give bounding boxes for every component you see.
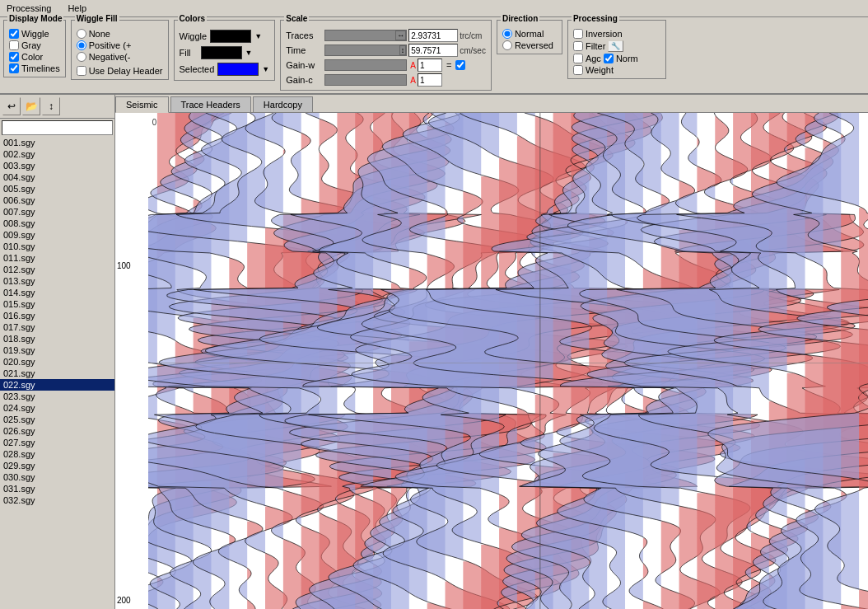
file-list-scroll[interactable]: 001.sgy002.sgy003.sgy004.sgy005.sgy006.s… xyxy=(0,137,114,609)
colors-title: Colors xyxy=(178,14,208,23)
file-search-input[interactable] xyxy=(2,120,113,135)
list-item[interactable]: 005.sgy xyxy=(0,183,114,194)
list-item[interactable]: 002.sgy xyxy=(0,148,114,160)
list-item[interactable]: 016.sgy xyxy=(0,310,114,321)
list-item[interactable]: 022.sgy xyxy=(0,379,114,391)
y-axis: 100 200 xyxy=(115,113,148,609)
norm-checkbox[interactable] xyxy=(604,54,614,63)
color-checkbox[interactable] xyxy=(9,52,19,62)
positive-radio[interactable] xyxy=(77,40,86,50)
colors-group: Colors Wiggle ▼ Fill ▼ Selected ▼ xyxy=(174,20,276,81)
list-item[interactable]: 009.sgy xyxy=(0,229,114,241)
agc-label: Agc xyxy=(586,54,601,63)
list-item[interactable]: 011.sgy xyxy=(0,252,114,264)
wiggle-dropdown-icon[interactable]: ▼ xyxy=(254,32,262,40)
open-folder-button[interactable]: 📂 xyxy=(22,97,40,115)
gainc-value-input[interactable] xyxy=(418,73,442,87)
gainc-slider[interactable] xyxy=(324,74,407,86)
wiggle-check-row: Wiggle xyxy=(9,29,60,39)
time-max-btn[interactable]: ↕ xyxy=(399,45,407,55)
wiggle-color-label: Wiggle xyxy=(180,31,208,41)
traces-max-btn[interactable]: ↔ xyxy=(395,30,406,40)
sort-button[interactable]: ↕ xyxy=(42,97,60,115)
tab-seismic[interactable]: Seismic xyxy=(115,96,169,113)
list-item[interactable]: 029.sgy xyxy=(0,460,114,471)
list-item[interactable]: 003.sgy xyxy=(0,160,114,171)
menu-help[interactable]: Help xyxy=(64,2,90,15)
selected-dropdown-icon[interactable]: ▼ xyxy=(262,65,269,73)
normal-radio[interactable] xyxy=(502,29,512,39)
positive-label: Positive (+ xyxy=(89,40,132,50)
list-item[interactable]: 031.sgy xyxy=(0,483,114,494)
none-radio[interactable] xyxy=(77,29,86,39)
tab-trace-headers[interactable]: Trace Headers xyxy=(170,96,251,112)
list-item[interactable]: 012.sgy xyxy=(0,264,114,275)
list-item[interactable]: 032.sgy xyxy=(0,494,114,506)
reversed-radio[interactable] xyxy=(502,40,512,50)
traces-slider[interactable]: ↔ xyxy=(324,30,407,41)
gray-checkbox[interactable] xyxy=(9,40,19,50)
weight-checkbox[interactable] xyxy=(573,65,583,75)
menu-processing[interactable]: Processing xyxy=(3,2,54,15)
list-item[interactable]: 025.sgy xyxy=(0,414,114,425)
list-item[interactable]: 018.sgy xyxy=(0,333,114,344)
gainw-value-input[interactable] xyxy=(418,59,442,72)
fill-dropdown-icon[interactable]: ▼ xyxy=(245,49,253,57)
list-item[interactable]: 021.sgy xyxy=(0,368,114,379)
file-list-container: 001.sgy002.sgy003.sgy004.sgy005.sgy006.s… xyxy=(0,137,114,609)
list-item[interactable]: 007.sgy xyxy=(0,206,114,218)
menubar: Processing Help xyxy=(0,0,868,17)
list-item[interactable]: 024.sgy xyxy=(0,402,114,414)
filter-label: Filter xyxy=(586,41,605,51)
weight-label: Weight xyxy=(586,65,614,75)
list-item[interactable]: 026.sgy xyxy=(0,425,114,437)
reversed-label: Reversed xyxy=(515,40,553,50)
wiggle-checkbox[interactable] xyxy=(9,29,19,39)
list-item[interactable]: 006.sgy xyxy=(0,194,114,206)
list-item[interactable]: 028.sgy xyxy=(0,448,114,460)
color-check-row: Color xyxy=(9,52,60,62)
list-item[interactable]: 013.sgy xyxy=(0,275,114,287)
fill-color-swatch[interactable] xyxy=(201,46,242,59)
wiggle-color-swatch[interactable] xyxy=(210,30,251,43)
gainw-eq-checkbox[interactable] xyxy=(455,60,465,70)
use-delay-checkbox[interactable] xyxy=(77,66,86,76)
time-slider[interactable]: ↕ xyxy=(324,45,407,56)
agc-row: Agc Norm xyxy=(573,54,638,63)
direction-title: Direction xyxy=(501,14,539,23)
list-item[interactable]: 015.sgy xyxy=(0,298,114,310)
list-item[interactable]: 027.sgy xyxy=(0,437,114,448)
negative-radio[interactable] xyxy=(77,52,86,62)
list-item[interactable]: 014.sgy xyxy=(0,287,114,298)
list-item[interactable]: 001.sgy xyxy=(0,137,114,148)
eq-sign: = xyxy=(446,60,451,70)
gainc-row: Gain-c A xyxy=(286,73,486,87)
timelines-checkbox[interactable] xyxy=(9,63,19,73)
list-item[interactable]: 008.sgy xyxy=(0,218,114,229)
selected-color-swatch[interactable] xyxy=(217,63,259,76)
list-item[interactable]: 017.sgy xyxy=(0,321,114,333)
filter-settings-button[interactable]: 🔧 xyxy=(608,40,623,52)
tab-hardcopy[interactable]: Hardcopy xyxy=(253,96,313,112)
list-item[interactable]: 020.sgy xyxy=(0,356,114,368)
traces-value-input[interactable] xyxy=(408,29,458,42)
inversion-checkbox[interactable] xyxy=(573,29,583,39)
traces-row: Traces ↔ trc/cm xyxy=(286,29,486,42)
seismic-plot[interactable]: 0 xyxy=(148,113,868,609)
list-item[interactable]: 010.sgy xyxy=(0,241,114,252)
list-item[interactable]: 019.sgy xyxy=(0,344,114,356)
reversed-radio-row: Reversed xyxy=(502,40,557,50)
time-row: Time ↕ cm/sec xyxy=(286,44,486,57)
traces-unit: trc/cm xyxy=(460,31,482,40)
toolbar: Display Mode Wiggle Gray Color Timelines… xyxy=(0,17,868,95)
gainw-row: Gain-w A = xyxy=(286,59,486,72)
list-item[interactable]: 030.sgy xyxy=(0,471,114,483)
list-item[interactable]: 023.sgy xyxy=(0,391,114,402)
filter-checkbox[interactable] xyxy=(573,41,583,51)
selected-color-label: Selected xyxy=(180,64,215,74)
gainw-slider[interactable] xyxy=(324,59,407,71)
agc-checkbox[interactable] xyxy=(573,54,583,63)
list-item[interactable]: 004.sgy xyxy=(0,171,114,183)
back-button[interactable]: ↩ xyxy=(2,97,21,115)
time-value-input[interactable] xyxy=(408,44,458,57)
